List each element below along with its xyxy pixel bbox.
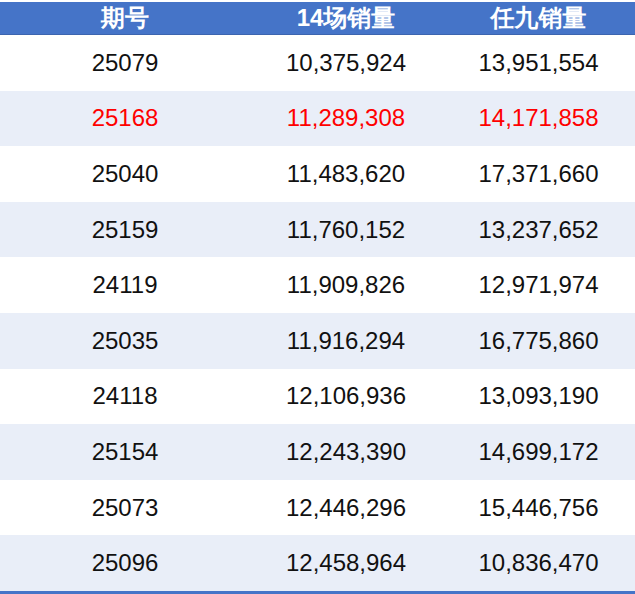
table-row: 24118 12,106,936 13,093,190 bbox=[0, 369, 635, 425]
ren9-cell: 15,446,756 bbox=[442, 480, 635, 536]
column-header-sales14: 14场销量 bbox=[250, 2, 442, 34]
period-cell: 25159 bbox=[0, 202, 250, 258]
table-row: 25035 11,916,294 16,775,860 bbox=[0, 313, 635, 369]
ren9-cell: 13,951,554 bbox=[442, 35, 635, 91]
ren9-cell: 16,775,860 bbox=[442, 313, 635, 369]
table-body: 25079 10,375,924 13,951,554 25168 11,289… bbox=[0, 35, 635, 591]
sales14-cell: 11,916,294 bbox=[250, 313, 442, 369]
period-cell: 24118 bbox=[0, 369, 250, 425]
period-cell: 25040 bbox=[0, 146, 250, 202]
sales14-cell: 11,289,308 bbox=[250, 91, 442, 147]
ren9-cell: 13,093,190 bbox=[442, 369, 635, 425]
period-cell: 25154 bbox=[0, 424, 250, 480]
ren9-cell: 14,699,172 bbox=[442, 424, 635, 480]
ren9-cell: 14,171,858 bbox=[442, 91, 635, 147]
table-row: 25154 12,243,390 14,699,172 bbox=[0, 424, 635, 480]
sales14-cell: 12,458,964 bbox=[250, 535, 442, 591]
column-header-ren9: 任九销量 bbox=[442, 2, 635, 34]
sales14-cell: 12,446,296 bbox=[250, 480, 442, 536]
period-cell: 25073 bbox=[0, 480, 250, 536]
table-row: 25159 11,760,152 13,237,652 bbox=[0, 202, 635, 258]
period-cell: 25035 bbox=[0, 313, 250, 369]
ren9-cell: 12,971,974 bbox=[442, 257, 635, 313]
sales14-cell: 11,483,620 bbox=[250, 146, 442, 202]
period-cell: 25096 bbox=[0, 535, 250, 591]
sales14-cell: 12,243,390 bbox=[250, 424, 442, 480]
table-row: 24119 11,909,826 12,971,974 bbox=[0, 257, 635, 313]
sales14-cell: 11,909,826 bbox=[250, 257, 442, 313]
sales14-cell: 11,760,152 bbox=[250, 202, 442, 258]
period-cell: 25079 bbox=[0, 35, 250, 91]
ren9-cell: 13,237,652 bbox=[442, 202, 635, 258]
table-header-row: 期号 14场销量 任九销量 bbox=[0, 2, 635, 35]
ren9-cell: 10,836,470 bbox=[442, 535, 635, 591]
sales14-cell: 12,106,936 bbox=[250, 369, 442, 425]
table-row: 25096 12,458,964 10,836,470 bbox=[0, 535, 635, 591]
table-row: 25040 11,483,620 17,371,660 bbox=[0, 146, 635, 202]
period-cell: 25168 bbox=[0, 91, 250, 147]
sales14-cell: 10,375,924 bbox=[250, 35, 442, 91]
table-row-highlighted: 25168 11,289,308 14,171,858 bbox=[0, 91, 635, 147]
table-row: 25073 12,446,296 15,446,756 bbox=[0, 480, 635, 536]
sales-table: 期号 14场销量 任九销量 25079 10,375,924 13,951,55… bbox=[0, 0, 635, 594]
column-header-period: 期号 bbox=[0, 2, 250, 34]
table-row: 25079 10,375,924 13,951,554 bbox=[0, 35, 635, 91]
period-cell: 24119 bbox=[0, 257, 250, 313]
ren9-cell: 17,371,660 bbox=[442, 146, 635, 202]
